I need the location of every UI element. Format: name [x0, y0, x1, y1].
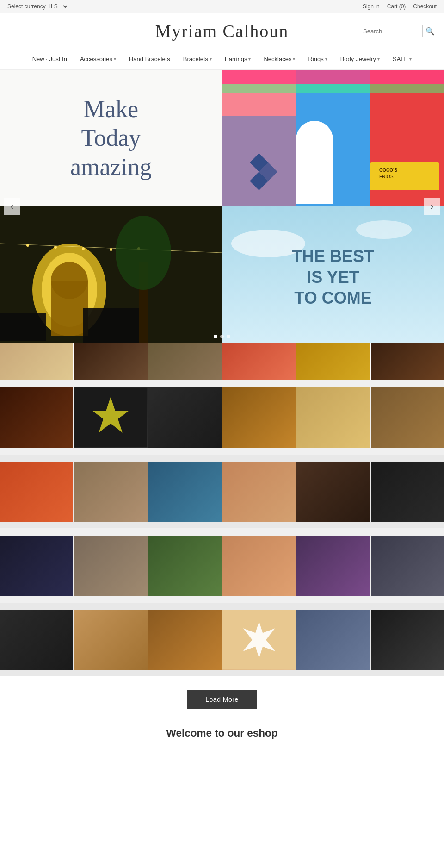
thumb-item[interactable] [371, 343, 444, 380]
svg-rect-28 [0, 313, 46, 341]
gallery-item[interactable] [222, 536, 296, 596]
nav-item-body-jewelry[interactable]: Body Jewelry ▾ [334, 49, 386, 69]
hero-slide: MakeTodayamazing COCO'S FRI [0, 70, 444, 343]
gallery-item[interactable] [74, 610, 148, 670]
thumb-item[interactable] [296, 343, 370, 380]
nav-item-hand-bracelets[interactable]: Hand Bracelets [123, 49, 177, 69]
top-bar: Select currency ILS USD EUR Sign in Cart… [0, 0, 444, 13]
welcome-section: Welcome to our eshop [0, 718, 444, 749]
gallery-section-4 [0, 603, 444, 676]
search-input[interactable] [358, 25, 423, 37]
hero-svg-3: THE BEST IS YET TO COME [222, 206, 444, 343]
welcome-title: Welcome to our eshop [9, 727, 435, 739]
top-bar-right: Sign in Cart (0) Checkout [363, 3, 437, 10]
svg-rect-13 [222, 70, 444, 84]
hero-slider: ‹ MakeTodayamazing [0, 70, 444, 343]
gallery-section-2 [0, 455, 444, 528]
dot-2[interactable] [220, 335, 224, 338]
gallery-item[interactable] [148, 462, 222, 522]
chevron-down-icon: ▾ [210, 56, 212, 62]
gallery-item[interactable] [222, 462, 296, 522]
gallery-item[interactable] [222, 387, 296, 448]
dot-1[interactable] [214, 335, 217, 338]
gallery-item[interactable] [371, 462, 444, 522]
gallery-item[interactable] [74, 462, 148, 522]
gallery-item[interactable] [74, 387, 148, 448]
svg-text:FRIOS: FRIOS [379, 174, 394, 179]
gallery-item[interactable] [0, 462, 74, 522]
svg-point-23 [82, 247, 85, 250]
chevron-down-icon: ▾ [293, 56, 295, 62]
currency-selector[interactable]: Select currency ILS USD EUR [7, 3, 69, 10]
gallery-row-1 [0, 387, 444, 448]
gallery-item[interactable] [371, 610, 444, 670]
search-button[interactable]: 🔍 [426, 27, 435, 36]
slider-prev-button[interactable]: ‹ [4, 198, 20, 215]
chevron-down-icon: ▾ [114, 56, 116, 62]
cart-link[interactable]: Cart (0) [387, 3, 406, 10]
svg-point-27 [116, 216, 171, 290]
svg-point-24 [110, 248, 112, 251]
nav-item-earrings[interactable]: Earrings ▾ [218, 49, 257, 69]
load-more-button[interactable]: Load More [187, 690, 257, 709]
gallery-item[interactable] [371, 387, 444, 448]
search-area: 🔍 [293, 25, 435, 37]
logo-area: Myriam Calhoun [151, 21, 293, 41]
gallery-item[interactable] [222, 610, 296, 670]
svg-point-22 [54, 246, 57, 249]
gallery-row-4 [0, 610, 444, 670]
hero-image-3: THE BEST IS YET TO COME [222, 206, 444, 343]
gallery-row-2 [0, 462, 444, 522]
gallery-item[interactable] [371, 536, 444, 596]
gallery-item[interactable] [296, 610, 370, 670]
chevron-down-icon: ▾ [409, 56, 412, 62]
svg-text:COCO'S: COCO'S [379, 168, 397, 173]
gallery-item[interactable] [296, 536, 370, 596]
svg-point-32 [356, 220, 412, 239]
load-more-section: Load More [0, 676, 444, 718]
thumb-item[interactable] [0, 343, 74, 380]
slider-next-button[interactable]: › [424, 198, 440, 215]
gallery-item[interactable] [0, 610, 74, 670]
hero-svg-2 [0, 206, 222, 343]
slider-dots [214, 335, 230, 338]
thumb-item[interactable] [148, 343, 222, 380]
header: Myriam Calhoun 🔍 [0, 13, 444, 49]
gallery-item[interactable] [148, 387, 222, 448]
gallery-item[interactable] [148, 536, 222, 596]
currency-dropdown[interactable]: ILS USD EUR [48, 3, 69, 10]
thumb-strip-1 [0, 343, 444, 380]
gallery-row-3 [0, 536, 444, 596]
svg-rect-14 [222, 84, 444, 93]
svg-point-19 [51, 262, 88, 299]
hero-image-1: COCO'S FRIOS [222, 70, 444, 206]
gallery-item[interactable] [148, 610, 222, 670]
svg-text:TO COME: TO COME [294, 288, 371, 307]
thumb-item[interactable] [74, 343, 148, 380]
chevron-down-icon: ▾ [325, 56, 327, 62]
svg-rect-29 [83, 308, 139, 343]
sign-in-link[interactable]: Sign in [363, 3, 380, 10]
nav-item-accessories[interactable]: Accessories ▾ [74, 49, 123, 69]
dot-3[interactable] [227, 335, 230, 338]
checkout-link[interactable]: Checkout [413, 3, 437, 10]
nav-item-sale[interactable]: SALE ▾ [386, 49, 418, 69]
gallery-item[interactable] [74, 536, 148, 596]
logo: Myriam Calhoun [155, 21, 289, 41]
nav-item-bracelets[interactable]: Bracelets ▾ [177, 49, 218, 69]
nav-item-rings[interactable]: Rings ▾ [302, 49, 333, 69]
gallery-item[interactable] [0, 387, 74, 448]
svg-text:THE BEST: THE BEST [292, 247, 374, 266]
gallery-item[interactable] [296, 462, 370, 522]
gallery-item[interactable] [296, 387, 370, 448]
nav-item-new[interactable]: New · Just In [26, 49, 74, 69]
svg-text:IS YET: IS YET [307, 268, 359, 287]
hero-text-cell: MakeTodayamazing [0, 70, 222, 206]
main-nav: New · Just In Accessories ▾ Hand Bracele… [0, 49, 444, 70]
svg-point-21 [26, 244, 29, 247]
gallery-item[interactable] [0, 536, 74, 596]
thumb-item[interactable] [222, 343, 296, 380]
hero-svg-1: COCO'S FRIOS [222, 70, 444, 206]
currency-label: Select currency [7, 3, 46, 10]
nav-item-necklaces[interactable]: Necklaces ▾ [257, 49, 302, 69]
